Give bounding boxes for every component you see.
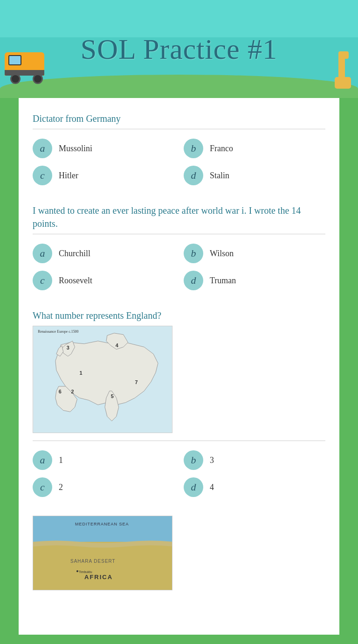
svg-rect-11	[33, 542, 172, 590]
question-2-divider	[33, 234, 325, 234]
option-2b[interactable]: b Wilson	[184, 244, 325, 263]
label-3d: 4	[210, 483, 214, 492]
option-1c[interactable]: c Hitler	[33, 166, 174, 185]
svg-text:MEDITERRANEAN SEA: MEDITERRANEAN SEA	[75, 522, 129, 526]
label-2a: Churchill	[59, 249, 90, 259]
header: SOL Practice #1	[0, 0, 358, 98]
label-1b: Franco	[210, 144, 233, 154]
option-2d[interactable]: d Truman	[184, 271, 325, 290]
badge-2a: a	[33, 244, 52, 263]
svg-text:1: 1	[79, 370, 82, 376]
giraffe-body	[335, 77, 351, 89]
option-3d[interactable]: d 4	[184, 477, 325, 497]
label-1d: Stalin	[210, 171, 229, 181]
svg-point-14	[76, 570, 78, 572]
badge-3b: b	[184, 450, 203, 470]
bus-window	[8, 55, 21, 65]
question-1: Dictator from Germany a Mussolini b Fran…	[33, 112, 325, 185]
question-3: What number represents England? Renaissa…	[33, 309, 325, 497]
bus-wheel-front	[33, 74, 43, 84]
option-1a[interactable]: a Mussolini	[33, 139, 174, 158]
svg-text:2: 2	[71, 389, 74, 394]
label-1a: Mussolini	[59, 144, 92, 154]
option-3b[interactable]: b 3	[184, 450, 325, 470]
giraffe-neck	[338, 54, 345, 79]
question-2-text: I wanted to create an ever lasting peace…	[33, 204, 325, 230]
question-3-divider	[33, 441, 325, 441]
africa-map-svg: MEDITERRANEAN SEA SAHARA DESERT AFRICA T…	[33, 516, 172, 590]
svg-text:6: 6	[59, 389, 62, 394]
badge-1d: d	[184, 166, 203, 185]
label-3b: 3	[210, 455, 214, 465]
badge-2d: d	[184, 271, 203, 290]
badge-2b: b	[184, 244, 203, 263]
main-card: Dictator from Germany a Mussolini b Fran…	[19, 98, 339, 635]
svg-text:SAHARA DESERT: SAHARA DESERT	[70, 559, 116, 564]
badge-3a: a	[33, 450, 52, 470]
svg-text:3: 3	[67, 345, 69, 350]
question-1-divider	[33, 129, 325, 129]
grass-decoration	[0, 75, 358, 98]
africa-map: MEDITERRANEAN SEA SAHARA DESERT AFRICA T…	[33, 516, 172, 590]
svg-text:5: 5	[111, 393, 114, 399]
option-1b[interactable]: b Franco	[184, 139, 325, 158]
option-2a[interactable]: a Churchill	[33, 244, 174, 263]
question-3-options: a 1 b 3 c 2 d 4	[33, 450, 325, 497]
svg-text:4: 4	[116, 343, 118, 348]
africa-section: MEDITERRANEAN SEA SAHARA DESERT AFRICA T…	[33, 516, 325, 590]
badge-1a: a	[33, 139, 52, 158]
label-2d: Truman	[210, 276, 236, 286]
option-1d[interactable]: d Stalin	[184, 166, 325, 185]
badge-1c: c	[33, 166, 52, 185]
badge-2c: c	[33, 271, 52, 290]
label-3c: 2	[59, 483, 63, 492]
label-2b: Wilson	[210, 249, 234, 259]
badge-1b: b	[184, 139, 203, 158]
badge-3d: d	[184, 477, 203, 497]
europe-map-svg: Renaissance Europe c.1500 3 4 1 6 2	[33, 326, 172, 433]
bus-illustration	[5, 51, 47, 84]
badge-3c: c	[33, 477, 52, 497]
svg-text:Renaissance Europe c.1500: Renaissance Europe c.1500	[38, 329, 78, 334]
question-2-options: a Churchill b Wilson c Roosevelt d Truma…	[33, 244, 325, 290]
giraffe-illustration	[325, 51, 353, 89]
question-1-text: Dictator from Germany	[33, 112, 325, 125]
bus-wheel-back	[10, 74, 21, 84]
option-3a[interactable]: a 1	[33, 450, 174, 470]
svg-text:7: 7	[135, 379, 138, 385]
question-3-text: What number represents England?	[33, 309, 325, 322]
europe-map: Renaissance Europe c.1500 3 4 1 6 2	[33, 326, 172, 433]
clouds-decoration	[0, 0, 358, 37]
label-1c: Hitler	[59, 171, 78, 181]
svg-text:AFRICA: AFRICA	[84, 574, 113, 581]
page-title: SOL Practice #1	[81, 33, 277, 66]
option-2c[interactable]: c Roosevelt	[33, 271, 174, 290]
bus-body	[5, 52, 44, 76]
svg-rect-9	[33, 516, 172, 542]
question-2: I wanted to create an ever lasting peace…	[33, 204, 325, 290]
svg-text:Timbuktu: Timbuktu	[79, 570, 92, 574]
label-2c: Roosevelt	[59, 276, 92, 286]
question-1-options: a Mussolini b Franco c Hitler d Stalin	[33, 139, 325, 185]
label-3a: 1	[59, 455, 63, 465]
option-3c[interactable]: c 2	[33, 477, 174, 497]
